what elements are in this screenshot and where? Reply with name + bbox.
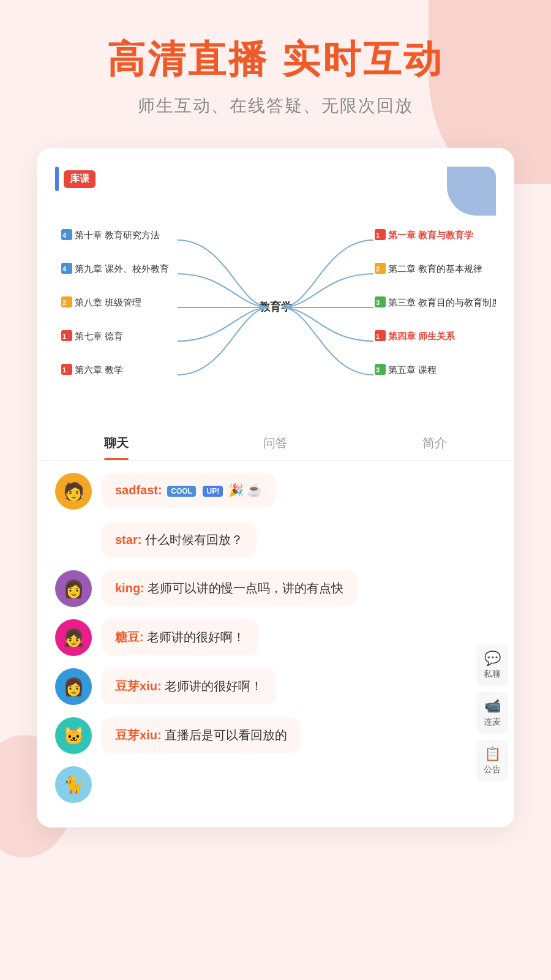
announcement-label: 公告: [484, 764, 501, 775]
announcement-button[interactable]: 📋 公告: [476, 740, 508, 782]
logo-badge: 库课: [64, 170, 96, 188]
svg-text:第三章 教育目的与教育制度: 第三章 教育目的与教育制度: [388, 297, 496, 307]
emoji-sparkle: 🎉 ☕: [228, 483, 263, 497]
svg-text:1: 1: [376, 232, 380, 239]
announcement-icon: 📋: [484, 746, 501, 762]
message-username: 豆芽xiu:: [115, 679, 165, 693]
svg-text:第八章 班级管理: 第八章 班级管理: [75, 297, 141, 307]
svg-text:第九章 课外、校外教育: 第九章 课外、校外教育: [75, 263, 169, 274]
svg-text:第六章 教学: 第六章 教学: [75, 364, 123, 375]
chat-tabs: 聊天 问答 简介: [37, 424, 514, 461]
list-item: 🐈: [55, 766, 496, 803]
message-username: star:: [115, 533, 145, 546]
svg-text:1: 1: [62, 366, 66, 374]
svg-text:第二章 教育的基本规律: 第二章 教育的基本规律: [388, 263, 482, 274]
svg-text:第四章 师生关系: 第四章 师生关系: [388, 331, 455, 341]
corner-shape: [447, 167, 496, 216]
svg-text:第五章 课程: 第五章 课程: [388, 364, 437, 375]
message-bubble: star: 什么时候有回放？: [102, 522, 257, 558]
cool-badge: COOL: [167, 486, 196, 497]
hero-title: 高清直播 实时互动: [37, 37, 514, 82]
mic-button[interactable]: 📹 连麦: [476, 692, 508, 734]
list-item: 👩 king: 老师可以讲的慢一点吗，讲的有点快: [55, 570, 496, 607]
svg-text:2: 2: [376, 265, 380, 273]
message-bubble: sadfast: COOL UP! 🎉 ☕: [102, 473, 276, 507]
mindmap-corner: [447, 167, 496, 216]
mindmap-area: 库课 教育学: [37, 148, 514, 424]
message-username: 豆芽xiu:: [115, 728, 165, 742]
svg-text:4: 4: [62, 265, 67, 273]
message-text: 老师可以讲的慢一点吗，讲的有点快: [148, 581, 343, 595]
list-item: 👧 糖豆: 老师讲的很好啊！: [55, 619, 496, 656]
svg-text:1: 1: [62, 333, 66, 340]
list-item: 👩 豆芽xiu: 老师讲的很好啊！: [55, 668, 496, 705]
svg-text:第十章 教育研究方法: 第十章 教育研究方法: [75, 230, 160, 240]
private-chat-button[interactable]: 💬 私聊: [476, 644, 508, 686]
mindmap-logo: 库课: [55, 167, 496, 191]
message-bubble: 豆芽xiu: 老师讲的很好啊！: [102, 668, 276, 704]
main-card: 库课 教育学: [37, 148, 514, 827]
list-item: 🐱 豆芽xiu: 直播后是可以看回放的: [55, 717, 496, 754]
message-username: king:: [115, 581, 148, 595]
mindmap-diagram: 教育学: [55, 203, 496, 412]
private-chat-icon: 💬: [484, 650, 501, 666]
message-text: 老师讲的很好啊！: [147, 630, 245, 644]
side-actions: 💬 私聊 📹 连麦 📋 公告: [476, 644, 508, 782]
svg-text:2: 2: [62, 299, 66, 306]
message-username: 糖豆:: [115, 630, 147, 644]
message-text: 老师讲的很好啊！: [165, 679, 263, 693]
message-username: sadfast:: [115, 483, 165, 497]
message-text: 什么时候有回放？: [145, 533, 243, 546]
message-bubble: 糖豆: 老师讲的很好啊！: [102, 619, 258, 655]
avatar: 🐈: [55, 766, 92, 803]
list-item: 🧑 sadfast: COOL UP! 🎉 ☕: [55, 473, 496, 510]
avatar: 👩: [55, 570, 92, 607]
svg-text:4: 4: [62, 232, 67, 239]
mic-label: 连麦: [484, 717, 501, 728]
svg-text:3: 3: [376, 366, 380, 374]
chat-area: 🧑 sadfast: COOL UP! 🎉 ☕ star: 什么时候有回放？: [37, 461, 514, 827]
logo-bar: [55, 167, 59, 191]
avatar: 👧: [55, 619, 92, 656]
list-item: star: 什么时候有回放？: [55, 522, 496, 558]
svg-text:第一章 教育与教育学: 第一章 教育与教育学: [388, 230, 473, 240]
avatar: 🐱: [55, 717, 92, 754]
svg-text:1: 1: [376, 333, 380, 340]
mic-icon: 📹: [484, 698, 501, 714]
message-bubble: 豆芽xiu: 直播后是可以看回放的: [102, 717, 301, 753]
message-text: 直播后是可以看回放的: [165, 728, 287, 742]
tab-chat[interactable]: 聊天: [37, 424, 196, 460]
private-chat-label: 私聊: [484, 669, 501, 680]
hero-subtitle: 师生互动、在线答疑、无限次回放: [37, 94, 514, 118]
avatar: 🧑: [55, 473, 92, 510]
svg-text:3: 3: [376, 299, 380, 306]
tab-intro[interactable]: 简介: [355, 424, 514, 460]
avatar: 👩: [55, 668, 92, 705]
tab-qa[interactable]: 问答: [196, 424, 355, 460]
svg-text:第七章 德育: 第七章 德育: [75, 331, 123, 341]
message-bubble: king: 老师可以讲的慢一点吗，讲的有点快: [102, 570, 357, 606]
up-badge: UP!: [203, 486, 223, 497]
